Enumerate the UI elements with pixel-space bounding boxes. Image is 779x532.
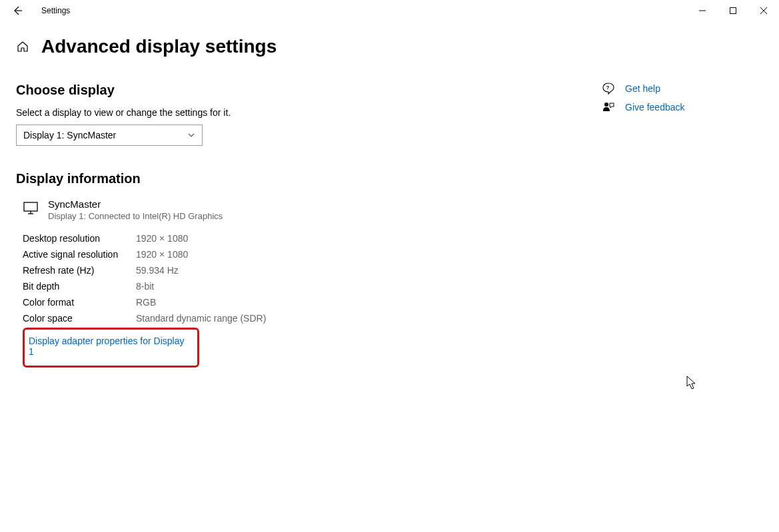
monitor-icon — [23, 200, 39, 216]
prop-value: 1920 × 1080 — [136, 233, 188, 244]
give-feedback-link[interactable]: Give feedback — [602, 101, 685, 113]
prop-value: 1920 × 1080 — [136, 249, 188, 260]
give-feedback-text: Give feedback — [625, 102, 685, 113]
prop-row: Refresh rate (Hz)59.934 Hz — [23, 262, 562, 278]
get-help-link[interactable]: ? Get help — [602, 83, 685, 95]
mouse-cursor-icon — [686, 376, 697, 390]
highlight-annotation: Display adapter properties for Display 1 — [23, 328, 199, 368]
maximize-icon — [730, 7, 736, 14]
svg-rect-4 — [24, 202, 37, 211]
prop-label: Active signal resolution — [23, 249, 136, 260]
minimize-button[interactable] — [687, 0, 718, 21]
window-controls — [687, 0, 779, 21]
choose-display-title: Choose display — [16, 83, 562, 98]
side-column: ? Get help Give feedback — [602, 69, 685, 368]
prop-label: Bit depth — [23, 281, 136, 292]
prop-row: Desktop resolution1920 × 1080 — [23, 230, 562, 246]
prop-row: Bit depth8-bit — [23, 278, 562, 294]
display-select[interactable]: Display 1: SyncMaster — [16, 125, 203, 146]
prop-value: RGB — [136, 297, 156, 308]
close-icon — [760, 7, 767, 14]
display-info-title: Display information — [16, 171, 562, 186]
svg-rect-1 — [730, 8, 736, 14]
window-title: Settings — [41, 6, 70, 15]
display-properties: Desktop resolution1920 × 1080 Active sig… — [23, 230, 562, 368]
display-connection: Display 1: Connected to Intel(R) HD Grap… — [48, 211, 223, 221]
prop-label: Desktop resolution — [23, 233, 136, 244]
help-icon: ? — [602, 83, 614, 95]
home-button[interactable] — [16, 40, 29, 53]
get-help-text: Get help — [625, 83, 660, 94]
page-title: Advanced display settings — [41, 36, 277, 57]
chevron-down-icon — [187, 131, 195, 139]
display-adapter-link[interactable]: Display adapter properties for Display 1 — [27, 334, 193, 359]
display-name: SyncMaster — [48, 198, 223, 210]
display-card: SyncMaster Display 1: Connected to Intel… — [23, 198, 562, 221]
prop-value: 59.934 Hz — [136, 265, 179, 276]
back-arrow-icon — [12, 5, 23, 16]
prop-label: Refresh rate (Hz) — [23, 265, 136, 276]
titlebar: Settings — [0, 0, 779, 21]
prop-value: 8-bit — [136, 281, 154, 292]
back-button[interactable] — [9, 3, 25, 19]
main-column: Choose display Select a display to view … — [16, 69, 562, 368]
prop-row: Color spaceStandard dynamic range (SDR) — [23, 310, 562, 326]
home-icon — [16, 40, 29, 53]
display-select-value: Display 1: SyncMaster — [23, 130, 187, 140]
prop-label: Color format — [23, 297, 136, 308]
svg-point-8 — [604, 103, 608, 107]
prop-row: Active signal resolution1920 × 1080 — [23, 246, 562, 262]
page-header: Advanced display settings — [0, 21, 779, 69]
svg-text:?: ? — [606, 85, 610, 91]
choose-display-hint: Select a display to view or change the s… — [16, 107, 562, 118]
minimize-icon — [699, 7, 706, 14]
close-button[interactable] — [748, 0, 779, 21]
prop-row: Color formatRGB — [23, 294, 562, 310]
prop-label: Color space — [23, 313, 136, 324]
feedback-icon — [602, 101, 614, 113]
prop-value: Standard dynamic range (SDR) — [136, 313, 266, 324]
maximize-button[interactable] — [718, 0, 748, 21]
